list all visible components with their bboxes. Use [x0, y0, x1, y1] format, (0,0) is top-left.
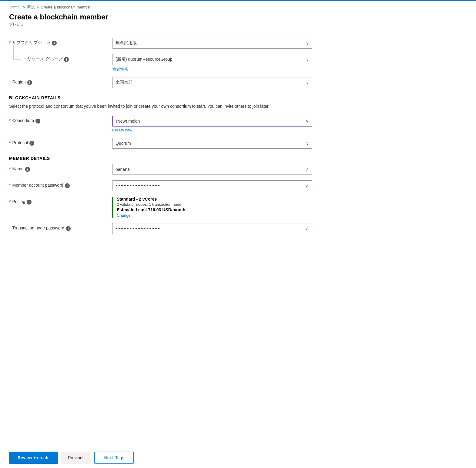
- indent-line: [13, 46, 14, 59]
- resource-group-chevron-icon: ∨: [306, 57, 309, 62]
- name-info-icon[interactable]: i: [25, 167, 30, 172]
- protocol-dropdown[interactable]: Quorum ∨: [112, 138, 312, 149]
- subscription-dropdown[interactable]: 無料試用版 ∨: [112, 38, 312, 49]
- consortium-info-icon[interactable]: i: [35, 119, 40, 124]
- member-password-label: Member account password: [12, 183, 63, 188]
- review-create-button[interactable]: Review + create: [9, 452, 58, 464]
- consortium-control: (New) melon ∨ Create new: [112, 116, 327, 132]
- consortium-dropdown-value: (New) melon: [116, 119, 140, 124]
- transaction-password-check-icon: ✓: [305, 226, 309, 232]
- member-password-info-icon[interactable]: i: [65, 183, 70, 188]
- region-row: * Region i 米国東部 ∨: [9, 77, 327, 88]
- pricing-change-link[interactable]: Change: [117, 213, 131, 218]
- consortium-label: Consortium: [12, 118, 34, 123]
- region-required: *: [9, 80, 11, 84]
- transaction-password-value: ••••••••••••••••: [116, 226, 161, 232]
- region-dropdown-value: 米国東部: [116, 80, 132, 85]
- name-control: banana ✓: [112, 164, 327, 175]
- region-chevron-icon: ∨: [306, 80, 309, 85]
- transaction-password-row: * Transaction node password i ••••••••••…: [9, 223, 327, 234]
- resource-group-dropdown[interactable]: (新規) quorumResourceGroup ∨: [112, 54, 312, 65]
- protocol-control: Quorum ∨: [112, 138, 327, 149]
- subscription-chevron-icon: ∨: [306, 41, 309, 46]
- name-input[interactable]: banana ✓: [112, 164, 312, 175]
- subscription-required: *: [9, 40, 11, 45]
- transaction-password-required: *: [9, 226, 11, 230]
- previous-button[interactable]: Previous: [61, 452, 91, 464]
- name-label-col: * Name i: [9, 164, 112, 172]
- page-title: Create a blockchain member: [9, 13, 467, 21]
- breadcrumb-new[interactable]: 新規: [27, 4, 35, 10]
- resource-group-dropdown-value: (新規) quorumResourceGroup: [116, 57, 173, 62]
- resource-group-label-col: * リソース グループ i: [9, 54, 112, 62]
- resource-group-row: * リソース グループ i (新規) quorumResourceGroup ∨…: [9, 54, 327, 72]
- member-password-input[interactable]: •••••••••••••••• ✓: [112, 180, 312, 191]
- region-label-col: * Region i: [9, 77, 112, 85]
- pricing-tier: Standard - 2 vCores: [117, 197, 327, 202]
- breadcrumb-home[interactable]: ホーム: [9, 4, 21, 10]
- region-control: 米国東部 ∨: [112, 77, 327, 88]
- consortium-dropdown[interactable]: (New) melon ∨: [112, 116, 312, 127]
- resource-group-control: (新規) quorumResourceGroup ∨ 新規作成: [112, 54, 327, 72]
- pricing-info-icon[interactable]: i: [27, 200, 32, 205]
- subscription-label: サブスクリプション: [12, 40, 50, 46]
- protocol-dropdown-value: Quorum: [116, 141, 131, 146]
- pricing-required: *: [9, 199, 11, 204]
- consortium-label-col: * Consortium i: [9, 116, 112, 124]
- breadcrumb-sep2: >: [37, 5, 39, 9]
- page-subtitle: プレビュー: [9, 22, 467, 27]
- protocol-label: Protocol: [12, 140, 28, 145]
- member-password-check-icon: ✓: [305, 183, 309, 189]
- pricing-cost: Estimated cost 710.03 USD/month: [117, 207, 327, 212]
- member-details-heading: MEMBER DETAILS: [9, 156, 327, 161]
- name-required: *: [9, 166, 11, 171]
- region-label: Region: [12, 80, 25, 84]
- subscription-info-icon[interactable]: i: [52, 41, 57, 46]
- form-section: * サブスクリプション i 無料試用版 ∨ * リソース グループ i: [9, 38, 327, 234]
- resource-group-label: リソース グループ: [27, 56, 62, 62]
- footer-bar: Review + create Previous Next: Tags: [0, 447, 476, 468]
- region-dropdown[interactable]: 米国東部 ∨: [112, 77, 312, 88]
- pricing-nodes: 2 validator nodes, 1 transaction node: [117, 202, 327, 207]
- subscription-label-col: * サブスクリプション i: [9, 38, 112, 46]
- breadcrumb-sep1: >: [23, 5, 25, 9]
- transaction-password-input[interactable]: •••••••••••••••• ✓: [112, 223, 312, 234]
- region-info-icon[interactable]: i: [27, 80, 32, 85]
- name-check-icon: ✓: [305, 167, 309, 172]
- member-password-row: * Member account password i ••••••••••••…: [9, 180, 327, 191]
- pricing-row: * Pricing i Standard - 2 vCores 2 valida…: [9, 197, 327, 218]
- pricing-block: Standard - 2 vCores 2 validator nodes, 1…: [112, 197, 327, 218]
- pricing-label: Pricing: [12, 199, 25, 204]
- consortium-chevron-icon: ∨: [306, 119, 309, 124]
- member-password-control: •••••••••••••••• ✓: [112, 180, 327, 191]
- indent-hline: [13, 59, 21, 60]
- name-label: Name: [12, 166, 23, 171]
- subscription-row: * サブスクリプション i 無料試用版 ∨: [9, 38, 327, 49]
- transaction-password-info-icon[interactable]: i: [66, 226, 71, 231]
- protocol-required: *: [9, 140, 11, 145]
- member-password-required: *: [9, 183, 11, 188]
- breadcrumb: ホーム > 新規 > Create a blockchain member: [0, 1, 476, 13]
- blockchain-details-heading: BLOCKCHAIN DETAILS: [9, 95, 327, 100]
- protocol-chevron-icon: ∨: [306, 141, 309, 146]
- transaction-password-label: Transaction node password: [12, 226, 64, 230]
- consortium-create-link[interactable]: Create new: [112, 128, 132, 132]
- protocol-label-col: * Protocol i: [9, 138, 112, 146]
- resource-group-info-icon[interactable]: i: [64, 57, 69, 62]
- breadcrumb-current: Create a blockchain member: [41, 5, 91, 9]
- next-button[interactable]: Next: Tags: [94, 452, 134, 464]
- resource-group-required: *: [24, 56, 26, 61]
- subscription-dropdown-value: 無料試用版: [116, 40, 137, 46]
- member-password-label-col: * Member account password i: [9, 180, 112, 188]
- transaction-password-label-col: * Transaction node password i: [9, 223, 112, 231]
- name-row: * Name i banana ✓: [9, 164, 327, 175]
- consortium-required: *: [9, 118, 11, 123]
- pricing-control: Standard - 2 vCores 2 validator nodes, 1…: [112, 197, 327, 218]
- pricing-label-col: * Pricing i: [9, 197, 112, 205]
- name-value: banana: [116, 167, 130, 172]
- protocol-info-icon[interactable]: i: [29, 141, 34, 146]
- consortium-row: * Consortium i (New) melon ∨ Create new: [9, 116, 327, 132]
- resource-group-new-link[interactable]: 新規作成: [112, 66, 128, 72]
- protocol-row: * Protocol i Quorum ∨: [9, 138, 327, 149]
- member-password-value: ••••••••••••••••: [116, 183, 161, 189]
